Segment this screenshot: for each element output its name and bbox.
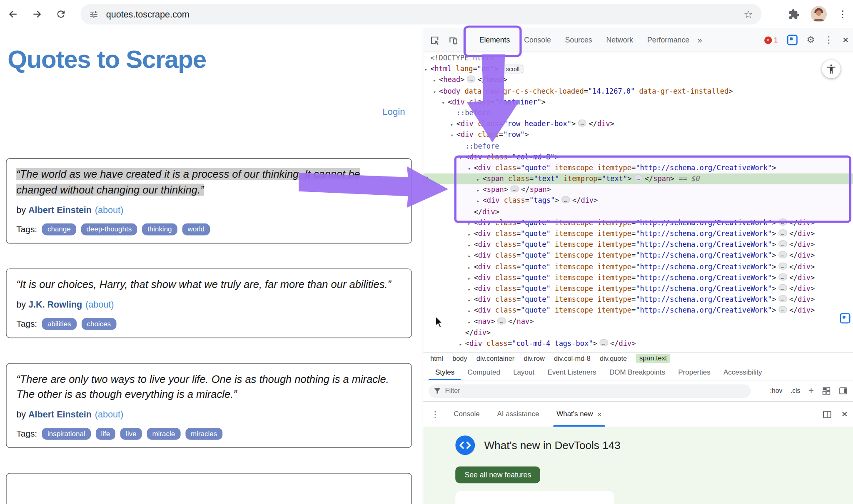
disclosure-expanded-icon[interactable]: ▾ <box>442 97 448 108</box>
breadcrumb-body[interactable]: body <box>452 355 467 362</box>
disclosure-collapsed-icon[interactable]: ▸ <box>468 218 474 229</box>
site-settings-icon[interactable] <box>89 10 98 19</box>
disclosure-collapsed-icon[interactable]: ▸ <box>476 185 482 196</box>
dom-tree-row[interactable]: ▸<nav>…</nav> <box>423 316 853 327</box>
drawer-tab-ai-assistance[interactable]: AI assistance <box>489 402 548 427</box>
dom-tree-row[interactable]: ▸<span class="text" itemprop="text">…</s… <box>423 174 853 184</box>
dom-tree-row[interactable]: </div> <box>423 206 853 217</box>
tag-pill[interactable]: life <box>95 428 115 440</box>
expand-inline-icon[interactable]: … <box>561 196 570 204</box>
disclosure-collapsed-icon[interactable]: ▸ <box>468 251 474 262</box>
pseudo-state-toggle[interactable]: :hov <box>770 387 783 395</box>
bookmark-star-icon[interactable]: ☆ <box>743 8 753 20</box>
disclosure-collapsed-icon[interactable]: ▸ <box>459 339 465 350</box>
expand-inline-icon[interactable]: … <box>778 251 787 258</box>
address-bar[interactable]: quotes.toscrape.com ☆ <box>80 4 761 25</box>
breadcrumb-div.container[interactable]: div.container <box>476 355 514 362</box>
dom-tree-row[interactable]: ▸<span>…</span> <box>423 184 853 195</box>
see-all-features-button[interactable]: See all new features <box>455 467 540 483</box>
dock-sidebar-icon[interactable] <box>839 387 848 395</box>
expand-inline-icon[interactable]: … <box>497 317 506 324</box>
expand-inline-icon[interactable]: … <box>510 186 519 193</box>
styles-tab-styles[interactable]: Styles <box>429 364 461 380</box>
breadcrumb-div.row[interactable]: div.row <box>524 355 545 362</box>
styles-tab-layout[interactable]: Layout <box>507 364 541 380</box>
dom-tree-row[interactable]: ▾<div class="quote" itemscope itemtype="… <box>423 162 853 173</box>
blue-extension-icon[interactable] <box>787 35 797 45</box>
breadcrumb-div.col-md-8[interactable]: div.col-md-8 <box>554 355 591 362</box>
dom-tree-row[interactable]: ▸<div class="row header-box">…</div> <box>423 119 853 129</box>
floating-extension-icon[interactable] <box>840 313 851 323</box>
expand-inline-icon[interactable]: … <box>578 120 586 127</box>
disclosure-expanded-icon[interactable]: ▾ <box>450 130 456 141</box>
new-style-rule-icon[interactable]: + <box>808 385 814 396</box>
about-link[interactable]: (about) <box>95 410 123 420</box>
profile-avatar[interactable] <box>811 6 827 22</box>
disclosure-expanded-icon[interactable]: ▾ <box>424 64 430 75</box>
dom-tree-row[interactable]: ▸<div class="quote" itemscope itemtype="… <box>423 294 853 305</box>
accessibility-widget[interactable] <box>822 60 841 78</box>
drawer-tab-what-s-new[interactable]: What's new× <box>548 402 610 427</box>
expand-inline-icon[interactable]: … <box>778 241 787 248</box>
devtools-tab-performance[interactable]: Performance <box>640 28 696 52</box>
styles-tab-event-listeners[interactable]: Event Listeners <box>541 364 603 380</box>
scroll-badge[interactable]: scroll <box>502 65 523 74</box>
disclosure-collapsed-icon[interactable]: ▸ <box>450 119 456 130</box>
tag-pill[interactable]: choices <box>81 318 116 330</box>
element-states-icon[interactable] <box>822 387 831 395</box>
expand-inline-icon[interactable]: … <box>778 229 787 236</box>
dom-tree-row[interactable]: ▾<div class="col-md-8"> <box>423 151 853 162</box>
dom-tree-row[interactable]: ▸<div class="quote" itemscope itemtype="… <box>423 283 853 294</box>
disclosure-collapsed-icon[interactable]: ▸ <box>433 75 439 86</box>
devtools-tab-network[interactable]: Network <box>599 28 640 52</box>
split-panel-icon[interactable] <box>823 410 832 419</box>
tag-pill[interactable]: world <box>182 223 210 235</box>
dom-tree-row[interactable]: ▸<div class="quote" itemscope itemtype="… <box>423 261 853 272</box>
styles-filter-input[interactable] <box>429 384 751 398</box>
browser-menu-icon[interactable]: ⋮ <box>838 8 848 20</box>
disclosure-collapsed-icon[interactable]: ▸ <box>468 295 474 305</box>
settings-gear-icon[interactable]: ⚙ <box>807 34 815 45</box>
disclosure-collapsed-icon[interactable]: ▸ <box>468 262 474 273</box>
about-link[interactable]: (about) <box>95 205 123 215</box>
styles-tab-properties[interactable]: Properties <box>672 364 717 380</box>
styles-tab-dom-breakpoints[interactable]: DOM Breakpoints <box>603 364 671 380</box>
styles-tab-computed[interactable]: Computed <box>461 364 507 380</box>
drawer-close-icon[interactable]: × <box>841 408 848 420</box>
tag-pill[interactable]: thinking <box>142 223 177 235</box>
expand-inline-icon[interactable]: … <box>778 284 787 291</box>
drawer-menu-icon[interactable]: ⋮ <box>431 409 439 420</box>
disclosure-collapsed-icon[interactable]: ▸ <box>468 240 474 251</box>
drawer-tab-console[interactable]: Console <box>445 402 488 427</box>
devtools-tab-console[interactable]: Console <box>517 28 558 52</box>
dom-tree-row[interactable]: ▾<html lang="en">scroll <box>423 64 853 74</box>
expand-inline-icon[interactable]: … <box>778 295 787 302</box>
styles-tab-accessibility[interactable]: Accessibility <box>717 364 768 380</box>
breadcrumb-div.quote[interactable]: div.quote <box>600 355 627 362</box>
devtools-tab-elements[interactable]: Elements <box>472 28 517 52</box>
expand-inline-icon[interactable]: … <box>778 273 787 281</box>
error-badge[interactable]: ×1 <box>764 36 778 44</box>
disclosure-expanded-icon[interactable]: ▾ <box>468 163 474 174</box>
dom-tree-row[interactable]: <!DOCTYPE html> <box>423 53 853 64</box>
dom-tree-row[interactable]: ▸<div class="col-md-4 tags-box">…</div> <box>423 338 853 349</box>
dom-tree-row[interactable]: ▸<div class="quote" itemscope itemtype="… <box>423 272 853 283</box>
dom-tree-row[interactable]: ::before <box>423 108 853 119</box>
dom-tree-row[interactable]: ▸<head>…</head> <box>423 74 853 85</box>
disclosure-collapsed-icon[interactable]: ▸ <box>468 229 474 240</box>
about-link[interactable]: (about) <box>85 299 114 309</box>
devtools-close-icon[interactable]: × <box>843 34 849 46</box>
dom-tree-row[interactable]: </div> <box>423 327 853 338</box>
expand-inline-icon[interactable]: … <box>778 218 787 226</box>
inspect-element-icon[interactable] <box>429 34 441 46</box>
dom-tree-row[interactable]: ::before <box>423 141 853 151</box>
tag-pill[interactable]: miracles <box>185 428 222 440</box>
dom-tree-row[interactable]: ▸<div class="quote" itemscope itemtype="… <box>423 250 853 261</box>
page-title[interactable]: Quotes to Scrape <box>7 45 206 74</box>
login-link[interactable]: Login <box>382 107 405 117</box>
disclosure-collapsed-icon[interactable]: ▸ <box>468 273 474 283</box>
expand-inline-icon[interactable]: … <box>778 306 787 313</box>
device-toolbar-icon[interactable] <box>447 34 459 46</box>
tab-close-icon[interactable]: × <box>597 402 602 427</box>
expand-inline-icon[interactable]: … <box>599 339 608 346</box>
